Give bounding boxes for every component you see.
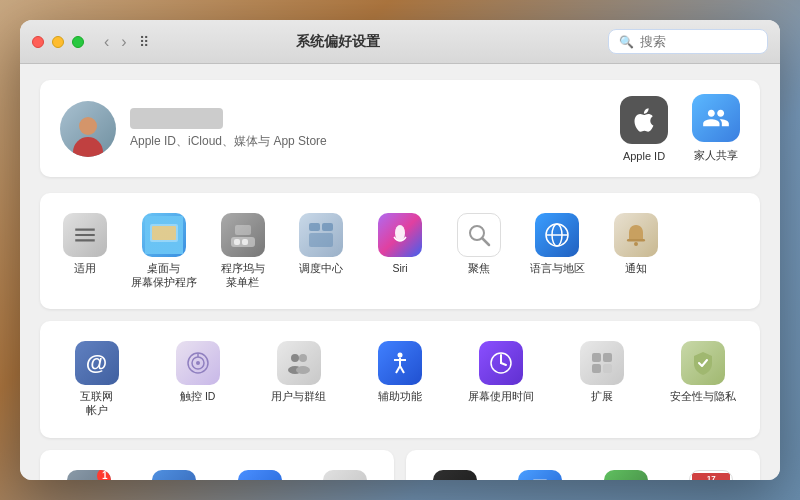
search-box[interactable]: 🔍 xyxy=(608,29,768,54)
profile-right: Apple ID 家人共享 xyxy=(620,94,740,163)
notification-icon xyxy=(614,213,658,257)
settings-section-1: 适用 桌面与屏幕保护程序 xyxy=(40,193,760,309)
family-sharing-label: 家人共享 xyxy=(694,148,738,163)
touch-id-label: 触控 ID xyxy=(180,390,215,404)
settings-grid-4: 显示器 随航 xyxy=(414,462,752,480)
content-area: Apple ID、iCloud、媒体与 App Store Apple ID xyxy=(20,64,780,480)
svg-rect-6 xyxy=(235,225,251,235)
users-icon xyxy=(277,341,321,385)
settings-item-softupdate[interactable]: 1 软件更新 xyxy=(48,462,130,480)
settings-item-accessibility[interactable]: 辅助功能 xyxy=(351,333,448,425)
svg-point-24 xyxy=(296,366,310,374)
profile-left: Apple ID、iCloud、媒体与 App Store xyxy=(60,101,327,157)
svg-rect-35 xyxy=(592,364,601,373)
security-label: 安全性与隐私 xyxy=(670,390,736,404)
avatar-head xyxy=(79,117,97,135)
search-input[interactable] xyxy=(640,34,750,49)
settings-grid-1: 适用 桌面与屏幕保护程序 xyxy=(48,205,752,297)
settings-item-screentime[interactable]: 屏幕使用时间 xyxy=(453,333,550,425)
svg-rect-34 xyxy=(603,353,612,362)
settings-item-dock[interactable]: 程序坞与菜单栏 xyxy=(205,205,280,297)
settings-item-display[interactable]: 显示器 xyxy=(414,462,496,480)
battery-icon xyxy=(604,470,648,480)
spotlight-icon xyxy=(457,213,501,257)
profile-info: Apple ID、iCloud、媒体与 App Store xyxy=(130,108,327,150)
security-icon xyxy=(681,341,725,385)
settings-item-mission[interactable]: 调度中心 xyxy=(284,205,359,297)
settings-item-internet[interactable]: @ 互联网帐户 xyxy=(48,333,145,425)
svg-rect-33 xyxy=(592,353,601,362)
titlebar: ‹ › ⠿ 系统偏好设置 🔍 xyxy=(20,20,780,64)
svg-line-29 xyxy=(400,366,404,373)
settings-item-users[interactable]: 用户与群组 xyxy=(250,333,347,425)
bluetooth-icon xyxy=(238,470,282,480)
datetime-icon: 17 xyxy=(689,470,733,480)
family-sharing-action[interactable]: 家人共享 xyxy=(692,94,740,163)
svg-point-21 xyxy=(291,354,299,362)
settings-item-general[interactable]: 适用 xyxy=(48,205,123,297)
svg-rect-7 xyxy=(309,223,320,231)
svg-rect-5 xyxy=(242,239,248,245)
settings-item-language[interactable]: 语言与地区 xyxy=(520,205,595,297)
settings-item-security[interactable]: 安全性与隐私 xyxy=(655,333,752,425)
avatar[interactable] xyxy=(60,101,116,157)
notification-label: 通知 xyxy=(625,262,647,276)
language-label: 语言与地区 xyxy=(530,262,585,276)
network-icon xyxy=(152,470,196,480)
dock-label: 程序坞与菜单栏 xyxy=(221,262,265,289)
desktop-icon xyxy=(142,213,186,257)
profile-description: Apple ID、iCloud、媒体与 App Store xyxy=(130,133,327,150)
mission-label: 调度中心 xyxy=(299,262,343,276)
language-icon xyxy=(535,213,579,257)
settings-item-extensions[interactable]: 扩展 xyxy=(554,333,651,425)
settings-item-sound[interactable]: 声音 xyxy=(305,462,387,480)
general-icon xyxy=(63,213,107,257)
extensions-label: 扩展 xyxy=(591,390,613,404)
settings-section-4: 显示器 随航 xyxy=(406,450,760,480)
siri-icon xyxy=(378,213,422,257)
settings-item-network[interactable]: 网络 xyxy=(134,462,216,480)
settings-item-battery[interactable]: 电池 xyxy=(585,462,667,480)
svg-point-25 xyxy=(397,353,402,358)
svg-rect-16 xyxy=(627,239,645,242)
siri-label: Siri xyxy=(392,262,407,276)
svg-rect-9 xyxy=(309,233,333,247)
general-label: 适用 xyxy=(74,262,96,276)
extensions-icon xyxy=(580,341,624,385)
settings-item-sidecar[interactable]: 随航 xyxy=(500,462,582,480)
svg-line-28 xyxy=(396,366,400,373)
family-sharing-icon xyxy=(692,94,740,142)
display-icon xyxy=(433,470,477,480)
close-button[interactable] xyxy=(32,36,44,48)
settings-item-touch-id[interactable]: 触控 ID xyxy=(149,333,246,425)
screentime-icon xyxy=(479,341,523,385)
settings-item-notification[interactable]: 通知 xyxy=(599,205,674,297)
accessibility-icon xyxy=(378,341,422,385)
svg-rect-4 xyxy=(234,239,240,245)
screentime-label: 屏幕使用时间 xyxy=(468,390,534,404)
profile-name xyxy=(130,108,223,129)
settings-item-datetime[interactable]: 17 日期与时间 xyxy=(671,462,753,480)
svg-rect-2 xyxy=(152,226,176,240)
svg-point-17 xyxy=(634,242,638,246)
minimize-button[interactable] xyxy=(52,36,64,48)
sidecar-icon xyxy=(518,470,562,480)
accessibility-label: 辅助功能 xyxy=(378,390,422,404)
apple-id-label: Apple ID xyxy=(623,150,665,162)
window-title: 系统偏好设置 xyxy=(69,33,608,51)
svg-line-32 xyxy=(501,363,506,365)
settings-item-siri[interactable]: Siri xyxy=(363,205,438,297)
settings-item-spotlight[interactable]: 聚焦 xyxy=(441,205,516,297)
apple-id-icon xyxy=(620,96,668,144)
settings-item-bluetooth[interactable]: 蓝牙 xyxy=(219,462,301,480)
users-label: 用户与群组 xyxy=(271,390,326,404)
svg-point-10 xyxy=(395,225,405,241)
mission-icon xyxy=(299,213,343,257)
bottom-sections: 1 软件更新 网络 xyxy=(40,450,760,480)
settings-item-desktop[interactable]: 桌面与屏幕保护程序 xyxy=(127,205,202,297)
avatar-body xyxy=(73,137,103,157)
avatar-figure xyxy=(69,113,107,157)
profile-section: Apple ID、iCloud、媒体与 App Store Apple ID xyxy=(40,80,760,177)
apple-id-action[interactable]: Apple ID xyxy=(620,96,668,162)
svg-point-20 xyxy=(196,361,200,365)
